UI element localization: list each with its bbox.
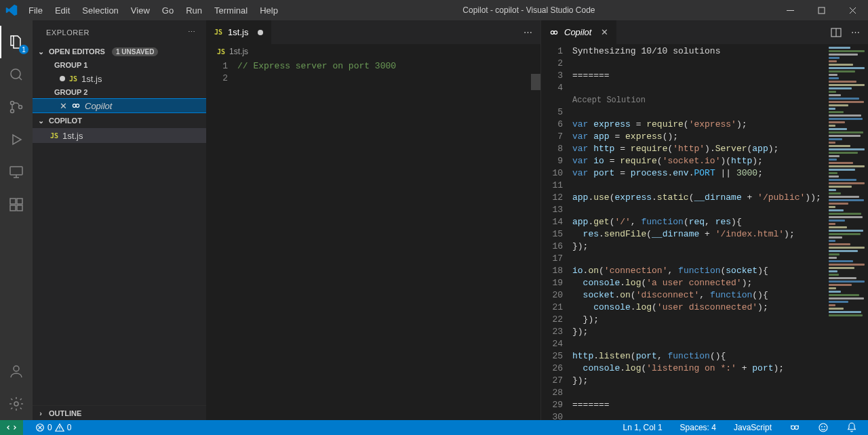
minimap[interactable]: [826, 44, 868, 420]
open-editor-row-copilot[interactable]: ✕ Copilot: [33, 98, 206, 113]
code-editor[interactable]: 12 // Express server on port 3000: [206, 59, 540, 420]
feedback-icon[interactable]: [814, 420, 833, 435]
workspace-file-1stjs[interactable]: JS 1st.js: [33, 128, 206, 143]
explorer-sidebar: EXPLORER ⋯ ⌄ OPEN EDITORS 1 UNSAVED GROU…: [33, 20, 206, 420]
language-mode[interactable]: JavaScript: [730, 420, 776, 435]
editor-group-2: Copilot ✕ ⋯ 1234567891011121314151617181…: [541, 20, 868, 420]
menu-selection[interactable]: Selection: [77, 3, 123, 18]
editor-more-icon[interactable]: ⋯: [524, 27, 532, 37]
outline-section[interactable]: › OUTLINE: [33, 405, 206, 420]
activity-bar: 1: [0, 20, 33, 420]
svg-point-22: [825, 426, 825, 427]
explorer-title: EXPLORER: [46, 28, 90, 37]
editor-more-icon[interactable]: ⋯: [851, 27, 860, 37]
settings-activity[interactable]: [0, 388, 33, 420]
svg-point-1: [11, 69, 20, 79]
line-gutter: 12: [206, 59, 237, 420]
remote-explorer-activity[interactable]: [0, 156, 33, 188]
svg-rect-8: [17, 205, 22, 211]
window-title: Copilot - copilot - Visual Studio Code: [283, 5, 774, 15]
chevron-right-icon: ›: [35, 409, 46, 417]
menu-run[interactable]: Run: [180, 3, 208, 18]
indentation-indicator[interactable]: Spaces: 4: [676, 420, 720, 435]
unsaved-dot-icon: [258, 30, 263, 35]
remote-indicator[interactable]: [0, 420, 23, 435]
chevron-down-icon: ⌄: [35, 47, 46, 56]
editor-groups: JS 1st.js ⋯ JS 1st.js 12 // Express serv…: [206, 20, 868, 420]
javascript-file-icon: JS: [217, 48, 225, 56]
close-icon[interactable]: ✕: [60, 101, 67, 111]
breadcrumb-label: 1st.js: [229, 47, 248, 56]
open-editor-label: Copilot: [85, 101, 112, 111]
open-editors-group-2: GROUP 2: [33, 86, 206, 98]
unsaved-dot-icon: [60, 76, 65, 81]
menu-bar: FileEditSelectionViewGoRunTerminalHelp: [23, 3, 283, 18]
menu-go[interactable]: Go: [157, 3, 179, 18]
tab-label: 1st.js: [228, 27, 248, 37]
outline-label: OUTLINE: [49, 409, 81, 417]
svg-point-15: [554, 30, 557, 34]
close-button[interactable]: [837, 0, 868, 20]
code-content[interactable]: // Express server on port 3000: [237, 59, 540, 420]
explorer-more-icon[interactable]: ⋯: [188, 28, 196, 37]
errors-count: 0: [47, 423, 52, 432]
split-editor-icon[interactable]: [831, 27, 842, 38]
title-bar: FileEditSelectionViewGoRunTerminalHelp C…: [0, 0, 868, 20]
problems-indicator[interactable]: 0 0: [31, 420, 75, 435]
open-editor-label: 1st.js: [81, 74, 102, 84]
breadcrumb[interactable]: JS 1st.js: [206, 44, 540, 59]
svg-rect-9: [17, 199, 22, 204]
notifications-icon[interactable]: [842, 420, 861, 435]
svg-point-12: [73, 104, 76, 108]
copilot-status-icon[interactable]: [785, 420, 804, 435]
menu-terminal[interactable]: Terminal: [209, 3, 253, 18]
activity-badge: 1: [19, 45, 28, 54]
line-gutter: 1234567891011121314151617181920212223242…: [541, 44, 572, 420]
overview-ruler: [531, 74, 540, 90]
accounts-activity[interactable]: [0, 355, 33, 388]
maximize-button[interactable]: [806, 0, 837, 20]
tab-bar: JS 1st.js ⋯: [206, 20, 540, 44]
menu-view[interactable]: View: [125, 3, 155, 18]
svg-point-14: [551, 30, 554, 34]
code-content[interactable]: Synthesizing 10/10 solutions=======Accep…: [572, 44, 826, 420]
copilot-file-icon: [71, 101, 81, 110]
tab-label: Copilot: [564, 27, 591, 37]
open-editors-section[interactable]: ⌄ OPEN EDITORS 1 UNSAVED: [33, 44, 206, 59]
search-activity[interactable]: [0, 58, 33, 91]
svg-point-13: [76, 104, 79, 108]
editor-group-1: JS 1st.js ⋯ JS 1st.js 12 // Express serv…: [206, 20, 541, 420]
close-icon[interactable]: ✕: [601, 27, 608, 37]
run-debug-activity[interactable]: [0, 123, 33, 156]
javascript-file-icon: JS: [214, 28, 222, 36]
tab-copilot[interactable]: Copilot ✕: [541, 20, 617, 44]
tab-1stjs[interactable]: JS 1st.js: [206, 20, 272, 44]
open-editor-row-1stjs[interactable]: JS 1st.js: [33, 71, 206, 86]
svg-point-18: [791, 426, 795, 429]
menu-edit[interactable]: Edit: [50, 3, 75, 18]
workspace-file-label: 1st.js: [62, 131, 83, 141]
javascript-file-icon: JS: [69, 75, 77, 83]
explorer-activity[interactable]: 1: [0, 26, 33, 58]
cursor-position[interactable]: Ln 1, Col 1: [619, 420, 667, 435]
tab-bar: Copilot ✕ ⋯: [541, 20, 868, 44]
workspace-section[interactable]: ⌄ COPILOT: [33, 113, 206, 128]
svg-point-21: [822, 426, 823, 427]
javascript-file-icon: JS: [50, 132, 58, 140]
source-control-activity[interactable]: [0, 91, 33, 123]
svg-rect-5: [10, 167, 22, 175]
svg-point-10: [14, 366, 19, 371]
warnings-count: 0: [67, 423, 72, 432]
svg-point-19: [795, 426, 798, 429]
menu-file[interactable]: File: [23, 3, 48, 18]
code-editor[interactable]: 1234567891011121314151617181920212223242…: [541, 44, 868, 420]
vscode-logo-icon: [0, 4, 23, 16]
extensions-activity[interactable]: [0, 188, 33, 221]
accept-solution-codelens[interactable]: Accept Solution: [572, 94, 826, 106]
copilot-file-icon: [549, 28, 559, 37]
minimize-button[interactable]: [774, 0, 806, 20]
menu-help[interactable]: Help: [254, 3, 283, 18]
svg-rect-0: [818, 7, 825, 14]
svg-rect-7: [10, 205, 16, 211]
workspace-label: COPILOT: [49, 117, 82, 125]
